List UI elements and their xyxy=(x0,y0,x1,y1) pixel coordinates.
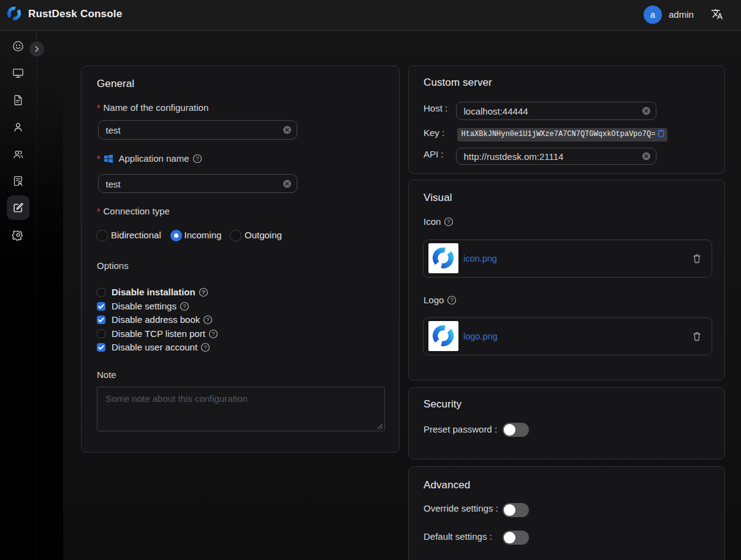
svg-text:?: ? xyxy=(450,297,454,303)
svg-text:?: ? xyxy=(211,330,215,337)
svg-text:?: ? xyxy=(183,303,186,309)
svg-text:?: ? xyxy=(203,344,207,351)
svg-text:?: ? xyxy=(196,155,199,162)
svg-text:?: ? xyxy=(202,289,205,295)
svg-text:?: ? xyxy=(207,316,210,323)
svg-text:?: ? xyxy=(447,218,450,225)
